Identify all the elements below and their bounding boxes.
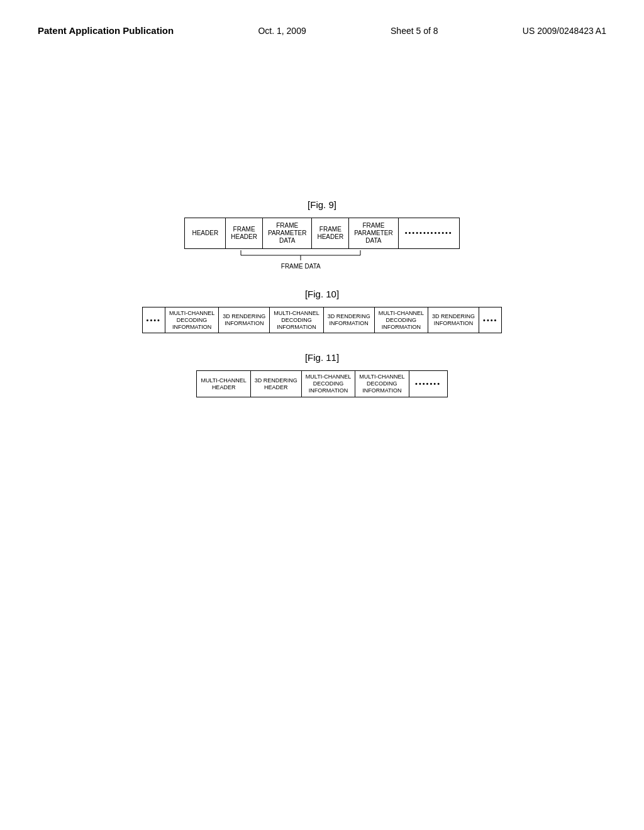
fig11-cell-mc-header: MULTI-CHANNELHEADER bbox=[197, 371, 250, 396]
page-header: Patent Application Publication Oct. 1, 2… bbox=[38, 25, 606, 36]
fig10-cell-3d-render-2: 3D RENDERINGINFORMATION bbox=[324, 307, 375, 333]
date-label: Oct. 1, 2009 bbox=[258, 26, 306, 36]
fig10-cell-3d-render-3: 3D RENDERINGINFORMATION bbox=[428, 307, 479, 333]
fig10-cell-mc-decode-1: MULTI-CHANNELDECODINGINFORMATION bbox=[165, 307, 219, 333]
fig10-cell-3d-render-1: 3D RENDERINGINFORMATION bbox=[219, 307, 270, 333]
fig9-cell-frame-header-1: FRAMEHEADER bbox=[226, 218, 263, 248]
fig9-cell-header: HEADER bbox=[185, 218, 226, 248]
fig10-label: [Fig. 10] bbox=[305, 289, 339, 299]
publication-label: Patent Application Publication bbox=[38, 25, 174, 36]
fig9-frame-data-label: FRAME DATA bbox=[281, 263, 321, 270]
fig10-left-dots: •••• bbox=[143, 307, 165, 333]
fig10-cell-mc-decode-3: MULTI-CHANNELDECODINGINFORMATION bbox=[375, 307, 428, 333]
fig9-cell-frame-header-2: FRAMEHEADER bbox=[312, 218, 349, 248]
fig10-table: •••• MULTI-CHANNELDECODINGINFORMATION 3D… bbox=[142, 307, 502, 333]
fig11-label: [Fig. 11] bbox=[305, 352, 339, 363]
fig11-dots: ••••••• bbox=[409, 371, 447, 396]
fig11-table: MULTI-CHANNELHEADER 3D RENDERINGHEADER M… bbox=[196, 370, 447, 397]
fig10-right-dots: •••• bbox=[479, 307, 501, 333]
fig11-cell-3d-header: 3D RENDERINGHEADER bbox=[251, 371, 302, 396]
fig11-cell-mc-decode-1: MULTI-CHANNELDECODINGINFORMATION bbox=[302, 371, 355, 396]
fig9-cell-frame-param-2: FRAMEPARAMETERDATA bbox=[349, 218, 399, 248]
fig9-diagram: [Fig. 9] HEADER FRAMEHEADER FRAMEPARAMET… bbox=[38, 199, 606, 270]
fig9-label: [Fig. 9] bbox=[308, 199, 336, 210]
fig11-diagram: [Fig. 11] MULTI-CHANNELHEADER 3D RENDERI… bbox=[38, 352, 606, 397]
page: Patent Application Publication Oct. 1, 2… bbox=[0, 0, 644, 830]
content-area: [Fig. 9] HEADER FRAMEHEADER FRAMEPARAMET… bbox=[38, 199, 606, 397]
fig9-cell-frame-param-1: FRAMEPARAMETERDATA bbox=[263, 218, 313, 248]
fig11-cell-mc-decode-2: MULTI-CHANNELDECODINGINFORMATION bbox=[355, 371, 409, 396]
fig9-dots: ••••••••••••• bbox=[399, 218, 459, 248]
fig10-diagram: [Fig. 10] •••• MULTI-CHANNELDECODINGINFO… bbox=[38, 289, 606, 333]
fig9-table: HEADER FRAMEHEADER FRAMEPARAMETERDATA FR… bbox=[184, 218, 459, 249]
fig9-brace bbox=[238, 249, 364, 262]
patent-number: US 2009/0248423 A1 bbox=[523, 26, 606, 36]
fig10-cell-mc-decode-2: MULTI-CHANNELDECODINGINFORMATION bbox=[270, 307, 323, 333]
sheet-label: Sheet 5 of 8 bbox=[391, 26, 438, 36]
